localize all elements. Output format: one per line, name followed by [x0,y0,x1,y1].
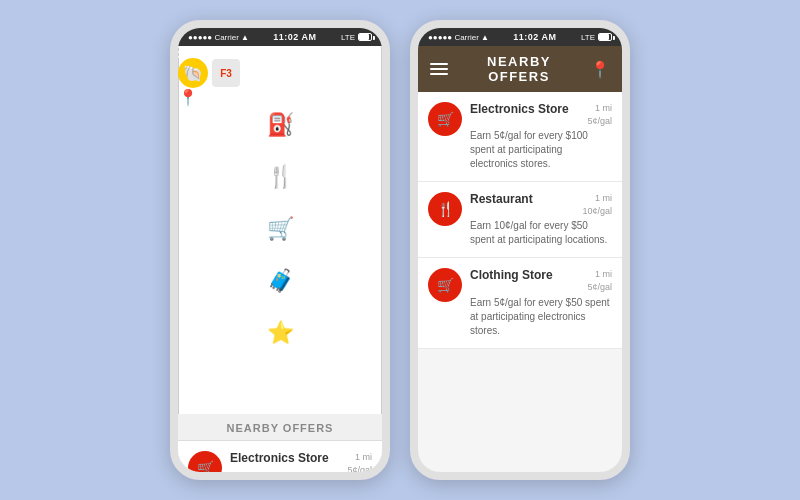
nearby-section-1: NEARBY OFFERS 🛒 Electronics Store 1 mi 5… [178,414,382,472]
offer-header-electronics2: Electronics Store 1 mi 5¢/gal [470,102,612,127]
offer-name-electronics2: Electronics Store [470,102,569,116]
offer-name-restaurant: Restaurant [470,192,533,206]
offer-content-clothing: Clothing Store 1 mi 5¢/gal Earn 5¢/gal f… [470,268,612,337]
offer-content-electronics: Electronics Store 1 mi 5¢/gal Earn 5¢/ga… [230,451,372,472]
offer-icon-electronics: 🛒 [188,451,222,472]
status-bar-1: ●●●●● Carrier ▲ 11:02 AM LTE [178,28,382,46]
offer-reward-electronics: 5¢/gal [347,464,372,472]
app-header-1: 🐚 F3 📍 [178,46,382,107]
shop-label: Shop [267,246,293,258]
offer-reward-electronics2: 5¢/gal [587,115,612,128]
status-bar-2: ●●●●● Carrier ▲ 11:02 AM LTE [418,28,622,46]
offers-list-1[interactable]: 🛒 Electronics Store 1 mi 5¢/gal Earn 5¢/… [178,441,382,472]
offer-item-electronics2[interactable]: 🛒 Electronics Store 1 mi 5¢/gal Earn 5¢/… [418,92,622,182]
app-header-2: NEARBY OFFERS 📍 [418,46,622,92]
more-label: More [267,397,292,409]
more-icon: ••• [268,372,293,393]
featured-icon: ⭐ [267,320,294,346]
carrier-label-2: ●●●●● Carrier ▲ [428,33,489,42]
offer-content-electronics2: Electronics Store 1 mi 5¢/gal Earn 5¢/ga… [470,102,612,171]
battery-icon-2 [598,33,612,41]
dine-label: Dine [269,194,292,206]
location-button-2[interactable]: 📍 [590,60,610,79]
nav-item-travel[interactable]: 🧳 Travel [178,263,382,315]
offers-list-2[interactable]: 🛒 Electronics Store 1 mi 5¢/gal Earn 5¢/… [418,92,622,472]
hamburger-menu-2[interactable] [430,63,448,75]
offer-distance-electronics2: 1 mi [587,102,612,115]
offer-meta-clothing: 1 mi 5¢/gal [587,268,612,293]
offer-meta-restaurant: 1 mi 10¢/gal [582,192,612,217]
nav-item-shop[interactable]: 🛒 Shop [178,211,382,263]
fuel-icon: ⛽ [267,112,294,138]
offer-item-restaurant[interactable]: 🍴 Restaurant 1 mi 10¢/gal Earn 10¢/gal f… [418,182,622,258]
phone-2: ●●●●● Carrier ▲ 11:02 AM LTE NEARBY OFFE… [410,20,630,480]
offer-name-electronics: Electronics Store [230,451,329,465]
offer-meta-electronics2: 1 mi 5¢/gal [587,102,612,127]
offer-desc-electronics2: Earn 5¢/gal for every $100 spent at part… [470,129,612,171]
featured-label: Featured [258,350,302,362]
nav-grid: ⛽ Fuel 🍴 Dine 🛒 Shop 🧳 Travel ⭐ Featured… [178,107,382,414]
offer-header-clothing: Clothing Store 1 mi 5¢/gal [470,268,612,293]
offer-header-electronics: Electronics Store 1 mi 5¢/gal [230,451,372,472]
offer-desc-clothing: Earn 5¢/gal for every $50 spent at parti… [470,296,612,338]
offer-icon-restaurant: 🍴 [428,192,462,226]
hamburger-menu[interactable] [178,46,382,58]
hamburger-line-2-1 [430,63,448,65]
offer-distance-clothing: 1 mi [587,268,612,281]
fuel-label: Fuel [269,142,290,154]
phone-1: ●●●●● Carrier ▲ 11:02 AM LTE 🐚 F3 📍 ⛽ Fu… [170,20,390,480]
offer-name-clothing: Clothing Store [470,268,553,282]
location-button[interactable]: 📍 [178,88,382,107]
offer-distance-electronics: 1 mi [347,451,372,464]
network-label: LTE [341,33,355,42]
offer-icon-electronics2: 🛒 [428,102,462,136]
network-label-2: LTE [581,33,595,42]
time-display-2: 11:02 AM [513,32,556,42]
offer-item-clothing[interactable]: 🛒 Clothing Store 1 mi 5¢/gal Earn 5¢/gal… [418,258,622,348]
hamburger-line-2-3 [430,73,448,75]
nav-item-more[interactable]: ••• More [178,367,382,414]
travel-icon: 🧳 [267,268,294,294]
nav-item-fuel[interactable]: ⛽ Fuel [178,107,382,159]
battery-icon [358,33,372,41]
brand-logos: 🐚 F3 [178,58,382,88]
shell-logo: 🐚 [178,58,208,88]
hamburger-line-1 [178,46,196,48]
f3-logo: F3 [212,59,240,87]
travel-label: Travel [265,298,295,310]
carrier-label: ●●●●● Carrier ▲ [188,33,249,42]
time-display: 11:02 AM [273,32,316,42]
offer-icon-clothing: 🛒 [428,268,462,302]
offer-header-restaurant: Restaurant 1 mi 10¢/gal [470,192,612,217]
hamburger-line-2-2 [430,68,448,70]
offer-reward-clothing: 5¢/gal [587,281,612,294]
offer-reward-restaurant: 10¢/gal [582,205,612,218]
offer-desc-restaurant: Earn 10¢/gal for every $50 spent at part… [470,219,612,247]
nearby-offers-title: NEARBY OFFERS [458,54,580,84]
offer-item-electronics[interactable]: 🛒 Electronics Store 1 mi 5¢/gal Earn 5¢/… [178,441,382,472]
nav-item-featured[interactable]: ⭐ Featured [178,315,382,367]
offer-content-restaurant: Restaurant 1 mi 10¢/gal Earn 10¢/gal for… [470,192,612,247]
offer-distance-restaurant: 1 mi [582,192,612,205]
nearby-title-1: NEARBY OFFERS [178,414,382,441]
nav-item-dine[interactable]: 🍴 Dine [178,159,382,211]
hamburger-line-2 [178,51,196,53]
offer-meta-electronics: 1 mi 5¢/gal [347,451,372,472]
shop-icon: 🛒 [267,216,294,242]
nearby-section-2: 🛒 Electronics Store 1 mi 5¢/gal Earn 5¢/… [418,92,622,472]
dine-icon: 🍴 [267,164,294,190]
